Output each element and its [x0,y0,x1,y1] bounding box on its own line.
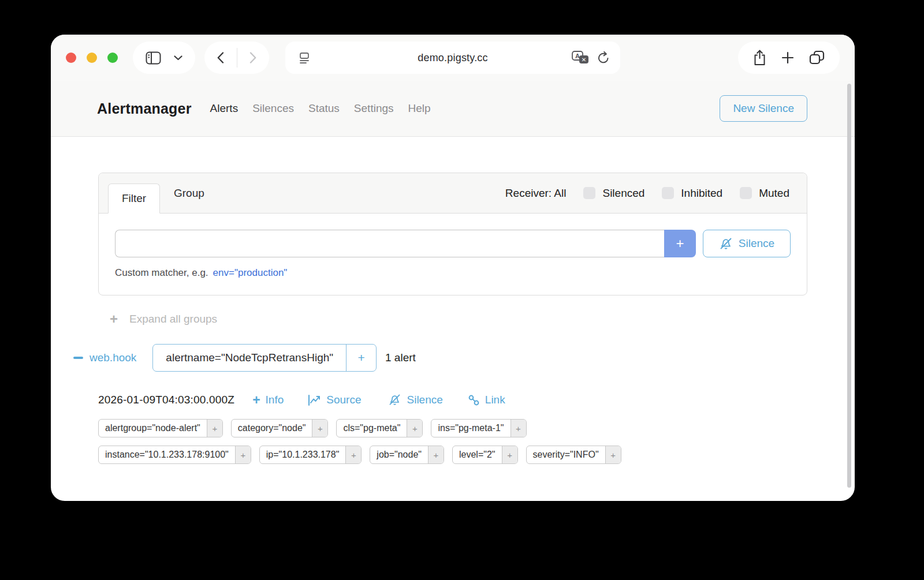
matcher-helper: Custom matcher, e.g.env="production" [115,267,791,279]
window-controls [66,53,118,63]
expand-all-groups[interactable]: + Expand all groups [110,313,855,325]
label-chip: alertgroup="node-alert" + [98,419,223,437]
inhibited-checkbox[interactable] [662,187,674,199]
label-chip-row-1: alertgroup="node-alert" + category="node… [98,419,855,437]
group-matcher-add-button[interactable]: + [346,345,376,371]
filter-card-body: + Silence Custom matcher, e.g.env="produ… [99,214,807,295]
label-chip: cls="pg-meta" + [336,419,423,437]
share-icon[interactable] [753,50,766,66]
forward-icon[interactable] [249,52,256,63]
matcher-example-link[interactable]: env="production" [213,267,288,278]
label-text: cls="pg-meta" [337,420,407,437]
nav-help[interactable]: Help [408,102,431,115]
matcher-helper-text: Custom matcher, e.g. [115,267,208,278]
app-header: Alertmanager Alerts Silences Status Sett… [51,81,855,137]
address-bar-tools: A ✕ [572,51,610,65]
nav-settings[interactable]: Settings [354,102,394,115]
sidebar-controls [133,42,195,74]
link-label: Link [485,394,505,406]
silence-alert-button[interactable]: Silence [388,394,442,406]
page-scrollbar[interactable] [847,84,851,488]
alert-header-row: 2026-01-09T04:03:00.000Z + Info Source [98,394,855,406]
label-chip: job="node" + [370,446,444,464]
new-silence-button[interactable]: New Silence [720,95,807,122]
label-text: job="node" [370,446,428,463]
checkbox-silenced[interactable]: Silenced [583,187,644,200]
nav-silences[interactable]: Silences [252,102,294,115]
translate-icon[interactable]: A ✕ [572,51,590,65]
label-text: level="2" [453,446,502,463]
muted-checkbox[interactable] [740,187,752,199]
toolbar-divider [237,48,237,68]
label-text: severity="INFO" [527,446,605,463]
label-chip: severity="INFO" + [526,446,621,464]
svg-text:✕: ✕ [582,57,586,63]
bell-slash-icon [719,238,733,250]
label-add-button[interactable]: + [511,420,526,437]
browser-window: demo.pigsty.cc A ✕ [51,35,855,501]
label-chip-row-2: instance="10.1.233.178:9100" + ip="10.1.… [98,446,855,464]
back-icon[interactable] [217,52,224,63]
sidebar-toggle-icon[interactable] [146,51,161,65]
link-button[interactable]: Link [468,394,505,406]
label-add-button[interactable]: + [207,420,222,437]
label-add-button[interactable]: + [502,446,517,463]
close-window-button[interactable] [66,53,76,63]
history-nav [204,42,269,74]
tab-overview-icon[interactable] [809,50,825,65]
inhibited-label: Inhibited [681,187,722,200]
label-text: ip="10.1.233.178" [260,446,346,463]
plus-icon: + [252,395,260,405]
label-add-button[interactable]: + [312,420,327,437]
matcher-input[interactable] [115,230,664,257]
label-add-button[interactable]: + [428,446,444,463]
label-chip: ins="pg-meta-1" + [431,419,526,437]
silenced-label: Silenced [602,187,644,200]
label-text: alertgroup="node-alert" [99,420,207,437]
label-add-button[interactable]: + [345,446,361,463]
minimize-window-button[interactable] [87,53,97,63]
info-button[interactable]: + Info [252,394,284,406]
label-chip: instance="10.1.233.178:9100" + [98,446,251,464]
filter-card: Filter Group Receiver: All Silenced Inhi… [98,173,807,295]
url-text[interactable]: demo.pigsty.cc [418,52,488,64]
source-button[interactable]: Source [308,394,361,406]
silence-filter-label: Silence [739,237,774,250]
label-add-button[interactable]: + [235,446,251,463]
label-text: category="node" [232,420,312,437]
nav-alerts[interactable]: Alerts [210,102,239,115]
toolbar-right-tools [738,42,840,74]
label-add-button[interactable]: + [605,446,621,463]
receiver-label[interactable]: Receiver: All [505,187,567,200]
label-chip: category="node" + [231,419,329,437]
source-label: Source [326,394,361,406]
silence-filter-button[interactable]: Silence [703,230,791,257]
nav-status[interactable]: Status [308,102,340,115]
reload-icon[interactable] [597,51,610,65]
label-add-button[interactable]: + [407,420,422,437]
page-format-icon[interactable] [298,51,311,64]
zoom-window-button[interactable] [107,53,118,63]
group-matcher-text: alertname="NodeTcpRetransHigh" [153,345,346,371]
alert-block: 2026-01-09T04:03:00.000Z + Info Source [98,394,855,464]
info-label: Info [266,394,284,406]
expand-all-label: Expand all groups [129,313,217,325]
svg-text:A: A [575,53,580,59]
checkbox-muted[interactable]: Muted [740,187,789,200]
group-receiver-link[interactable]: web.hook [90,351,136,364]
browser-toolbar: demo.pigsty.cc A ✕ [51,35,855,81]
add-matcher-button[interactable]: + [664,230,696,257]
chart-line-icon [308,394,321,406]
checkbox-inhibited[interactable]: Inhibited [662,187,722,200]
silence-alert-label: Silence [407,394,442,406]
address-bar[interactable]: demo.pigsty.cc A ✕ [285,42,620,74]
group-matcher-chip: alertname="NodeTcpRetransHigh" + [152,344,377,372]
alert-group-row: web.hook alertname="NodeTcpRetransHigh" … [73,344,855,372]
new-tab-icon[interactable] [781,51,794,64]
collapse-group-icon[interactable] [73,357,83,359]
chevron-down-icon[interactable] [174,55,182,61]
tab-group[interactable]: Group [174,187,204,200]
silenced-checkbox[interactable] [583,187,595,199]
bell-slash-icon [388,394,401,406]
tab-filter[interactable]: Filter [108,184,160,214]
